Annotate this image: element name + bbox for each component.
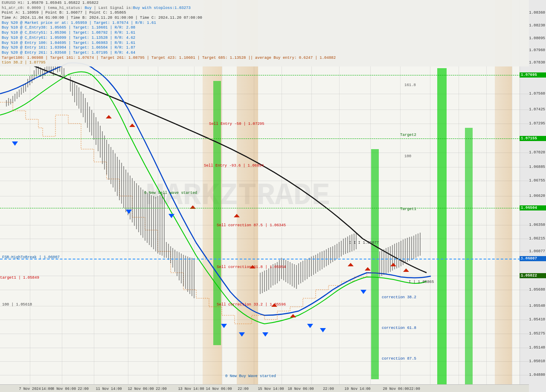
green-bar-2 [371,149,379,379]
price-27: 1.04880 [529,373,545,377]
buy-signal-3 [168,214,174,218]
target1-price-label: target1 | 1.05849 [0,276,39,280]
price-24: 1.05275 [529,331,545,336]
buy-signal-9 [360,290,366,294]
buy-signal-7 [307,324,313,328]
green-bar-3 [437,68,447,392]
time-label-4: 22:00 [78,387,89,391]
sell-signal-1 [106,115,112,118]
time-label-3: 8 Nov 06:00 [52,387,76,391]
corr-382-label: correction 38.2 [382,295,416,300]
sell-signal-11 [403,268,409,272]
time-label-6: 12 Nov 06:00 [128,387,154,391]
time-label-11: 15 Nov 14:00 [258,387,284,391]
hgrid-11 [0,167,529,167]
buy-signal-1 [12,141,18,146]
info-line-10: Buy %20 @ Entry 161: 1.03904 | Target: 1… [2,46,527,51]
hgrid-12 [0,181,529,181]
time-label-2: 14:00 [41,387,52,391]
time-label-1: 7 Nov 2024 [19,387,41,391]
step-line [0,102,380,324]
level-line-1 [0,75,529,75]
price-3: 1.08095 [529,36,545,40]
price-5: 1.07830 [529,61,545,65]
price-17: 1.06215 [529,236,545,241]
sell-correction-1-label: Sell correction 87.5 | 1.06345 [217,223,286,228]
price-14: 1.06620 [529,194,545,198]
sell-signal-10 [390,263,396,266]
sell-correction-2-label: Sell correction 61.8 | 1.05954 [217,265,286,269]
time-label-5: 11 Nov 14:00 [96,387,122,391]
hgrid-8 [0,124,529,124]
buy-wave-label: 0 New Buy Wave started [225,374,276,378]
time-label-10: 22:00 [238,387,249,391]
hgrid-21 [0,320,529,320]
corr-618-label: correction 61.8 [382,326,416,330]
level-2-label: I | 1.05865 [409,280,434,284]
info-line-8: Buy %10 @ C_Entry61: 1.05099 | Target: 1… [2,36,527,41]
price-2: 1.08230 [529,23,545,28]
info-line-5: Buy %20 @ Market price or at: 1.05959 | … [2,21,527,26]
info-line-12: Target100: 1.06988 | Target 161: 1.07674… [2,56,527,61]
target1-label: Target1 [400,207,416,211]
green-bar-4 [465,128,473,392]
hgrid-18 [0,276,529,276]
info-line-1: EURUSD H1: 1.05870 1.05945 1.05822 1.058… [2,1,527,6]
info-line-2: h1_atr_c0: 0.0009 | tema_h1_status: Buy … [2,6,527,11]
fsb-label: FSB·HighToBreak | 1.06007 [2,255,60,259]
price-1: 1.08360 [529,11,545,15]
hgrid-6 [0,94,529,94]
info-line-3: Point A: 1.10959 | Point B: 1.06077 | Po… [2,11,527,16]
main-chart: MARKZTRADE EURUSD H1: 1.05870 1.05945 1.… [0,0,529,392]
sell-entry-1-label: Sell Entry -50 | 1.07295 [209,122,264,126]
time-label-16: 22:00 [409,387,420,391]
time-label-15: 20 Nov 06:00 [383,387,409,391]
price-8: 1.07425 [529,107,545,112]
price-7: 1.07560 [529,92,545,96]
time-label-13: 22:00 [323,387,334,391]
hgrid-7 [0,110,529,110]
time-label-12: 18 Nov 06:00 [288,387,314,391]
hgrid-13 [0,196,529,196]
sell-signal-8 [348,263,354,266]
hgrid-10 [0,153,529,153]
info-line-13: tion 38.2 | 1.07795 [2,61,527,66]
sell-signal-2 [129,124,135,127]
info-line-4: Time A: 2024.11.04 01:00:00 | Time B: 20… [2,16,527,21]
price-25: 1.05140 [529,346,545,350]
chart-container: MARKZTRADE EURUSD H1: 1.05870 1.05945 1.… [0,0,546,392]
info-line-9: Buy %10 @ Entry 100: 1.04695 | Target: 1… [2,41,527,46]
time-label-7: 22:00 [156,387,167,391]
buy-signal-8 [320,328,326,332]
sell-signal-9 [365,267,371,271]
level-line-3 [0,208,529,208]
target2-label: Target2 [400,133,416,137]
fsb-line [0,259,529,259]
price-13: 1.06755 [529,179,545,183]
time-label-9: 14 Nov 06:00 [206,387,232,391]
price-16: 1.06350 [529,223,545,227]
fib-100-label: 100 [404,154,411,159]
price-23: 1.05410 [529,317,545,322]
hgrid-24 [0,361,529,362]
price-26: 1.05010 [529,359,545,363]
sell-correction-3-label: Sell correction 33.2 | 1.05596 [217,303,286,307]
hgrid-17 [0,251,529,252]
time-label-14: 19 Nov 14:00 [344,387,370,391]
price-4: 1.07960 [529,48,545,52]
sell-wave-label: 0 New Sell wave started [144,191,197,195]
hgrid-16 [0,239,529,239]
sell-entry-2-label: Sell Entry -93.6 | 1.06894 [204,164,264,168]
buy-signal-2 [126,210,132,214]
info-bar: EURUSD H1: 1.05870 1.05945 1.05822 1.058… [0,0,529,66]
sell-signal-7 [290,314,296,317]
level-line-2 [0,138,529,139]
price-18: 1.06077 [529,249,545,254]
fib-1618-label: 161.8 [404,83,416,87]
price-9: 1.07295 [529,121,545,126]
buy-signal-6 [262,332,268,337]
hgrid-19 [0,290,529,290]
corr-875-label: correction 87.5 [382,357,416,361]
info-line-6: Buy %10 @ C_Entry38: 1.05665 | Target: 1… [2,26,527,31]
price-21: 1.05688 [529,288,545,292]
